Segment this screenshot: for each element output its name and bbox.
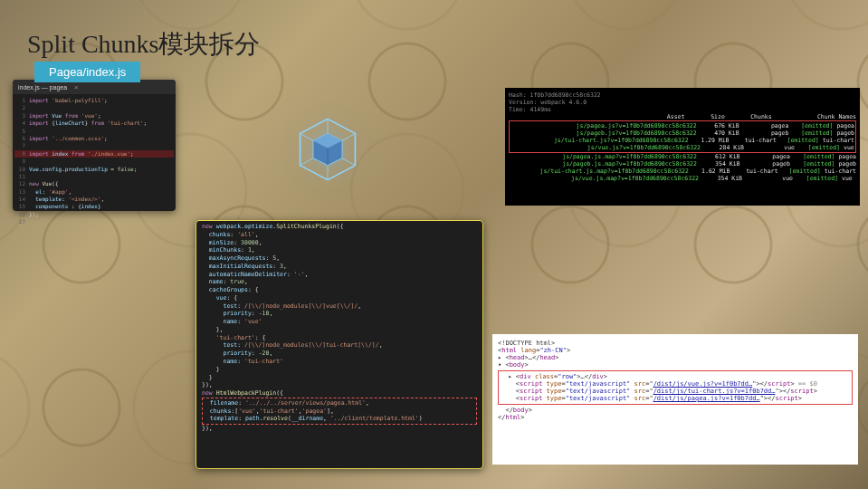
html-source-before: <!DOCTYPE html><html lang="zh-CN">▸ <hea… <box>498 340 853 369</box>
svg-line-7 <box>300 158 313 166</box>
terminal-panel: Hash: 1f0b7dd6890cc58c6322 Version: webp… <box>505 88 860 206</box>
svg-line-6 <box>342 133 355 140</box>
editor-tab-title: index.js — pagea <box>18 84 67 91</box>
close-icon[interactable]: × <box>74 83 79 91</box>
terminal-version: Version: webpack 4.6.0 <box>509 99 856 106</box>
svg-line-5 <box>300 133 313 140</box>
config-panel: new webpack.optimize.SplitChunksPlugin({… <box>196 220 483 469</box>
svg-line-8 <box>342 158 355 166</box>
editor-code-block: 1import 'babel-polyfill';23import Vue fr… <box>13 94 176 229</box>
terminal-hash: Hash: 1f0b7dd6890cc58c6322 <box>509 91 856 99</box>
terminal-time: Time: 4149ms <box>509 106 856 113</box>
html-scripts-highlight: ▸ <div class="row">…</div> <script type=… <box>498 370 853 405</box>
terminal-emitted-assets-highlight: js/pagea.js?v=1f0b7dd6890cc58c6322676 Ki… <box>509 120 856 153</box>
html-source-after: </body></html> <box>498 407 853 421</box>
webpack-logo-icon <box>291 113 364 186</box>
editor-panel-indexjs: index.js — pagea × 1import 'babel-polyfi… <box>13 80 176 211</box>
terminal-map-assets: js/pagea.js.map?v=1f0b7dd6890cc58c632261… <box>509 153 856 182</box>
config-code-block: new webpack.optimize.SplitChunksPlugin({… <box>196 221 482 435</box>
file-tab-label: Pagea/index.js <box>34 62 140 82</box>
terminal-headers: AssetSizeChunksChunk Names <box>509 113 856 120</box>
slide-title: Split Chunks模块拆分 <box>27 27 260 62</box>
devtools-html-panel: <!DOCTYPE html><html lang="zh-CN">▸ <hea… <box>492 334 858 465</box>
